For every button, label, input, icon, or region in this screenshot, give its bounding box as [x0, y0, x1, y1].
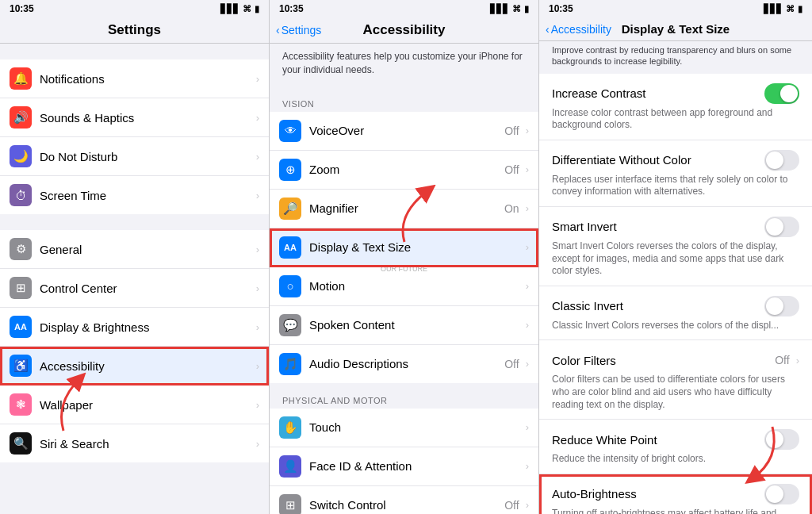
screentime-chevron: ›	[256, 190, 259, 201]
color-filters-desc: Color filters can be used to differentia…	[552, 374, 799, 411]
differentiate-toggle[interactable]	[764, 150, 799, 171]
classic-invert-toggle[interactable]	[764, 296, 799, 316]
magnifier-label: Magnifier	[309, 201, 504, 215]
reduce-white-label: Reduce White Point	[552, 433, 764, 447]
wifi-icon-2: ⌘	[512, 4, 521, 14]
spoken-chevron: ›	[526, 319, 529, 331]
faceid-label: Face ID & Attention	[309, 459, 523, 473]
spoken-label: Spoken Content	[309, 318, 523, 332]
voiceover-icon: 👁	[279, 120, 301, 142]
audio-chevron: ›	[526, 358, 529, 370]
settings-item-accessibility[interactable]: ♿ Accessibility ›	[0, 347, 269, 386]
settings-list-wrapper: 🔔 Notifications › 🔊 Sounds & Haptics › 🌙…	[0, 44, 269, 514]
notifications-label: Notifications	[40, 72, 253, 86]
acc-item-switch[interactable]: ⊞ Switch Control Off ›	[270, 486, 538, 514]
acc-item-display-text[interactable]: AA Display & Text Size ›	[270, 228, 538, 267]
displaytext-content: Improve contrast by reducing transparenc…	[539, 41, 812, 514]
magnifier-chevron: ›	[526, 202, 529, 214]
toggle-knob	[780, 85, 798, 102]
toggle-knob-5	[766, 431, 783, 448]
faceid-icon: 👤	[279, 455, 301, 478]
zoom-chevron: ›	[526, 163, 529, 175]
rp-item-smart-invert: Smart Invert Smart Invert Colors reverse…	[539, 207, 812, 286]
sounds-icon: 🔊	[10, 106, 32, 128]
settings-group-1: 🔔 Notifications › 🔊 Sounds & Haptics › 🌙…	[0, 59, 269, 214]
settings-item-wallpaper[interactable]: ❃ Wallpaper ›	[0, 386, 269, 424]
battery-icon-2: ▮	[524, 4, 529, 14]
dnd-icon: 🌙	[10, 145, 32, 167]
settings-item-siri[interactable]: 🔍 Siri & Search ›	[0, 424, 269, 462]
acc-item-spoken[interactable]: 💬 Spoken Content ›	[270, 306, 538, 345]
acc-item-zoom[interactable]: ⊕ Zoom Off ›	[270, 151, 538, 190]
toggle-knob-4	[766, 297, 783, 315]
acc-item-faceid[interactable]: 👤 Face ID & Attention ›	[270, 447, 538, 486]
acc-item-motion[interactable]: ○ Motion ›	[270, 267, 538, 306]
screentime-icon: ⏱	[10, 184, 32, 206]
settings-item-controlcenter[interactable]: ⊞ Control Center ›	[0, 269, 269, 308]
acc-item-touch[interactable]: ✋ Touch ›	[270, 409, 538, 447]
switch-label: Switch Control	[309, 498, 504, 512]
status-bar-3: 10:35 ▋▋▋ ⌘ ▮	[539, 0, 812, 17]
physical-list: ✋ Touch › 👤 Face ID & Attention › ⊞ Swit…	[270, 409, 538, 514]
top-description: Improve contrast by reducing transparenc…	[539, 41, 812, 74]
wallpaper-icon: ❃	[10, 393, 32, 416]
display-chevron: ›	[256, 321, 259, 333]
toggle-knob-6	[766, 485, 783, 503]
settings-item-sounds[interactable]: 🔊 Sounds & Haptics ›	[0, 98, 269, 137]
controlcenter-icon: ⊞	[10, 277, 32, 299]
audio-icon: 🎵	[279, 353, 301, 375]
wallpaper-label: Wallpaper	[40, 398, 253, 412]
battery-icon-1: ▮	[255, 4, 259, 14]
notifications-icon: 🔔	[10, 67, 32, 90]
smart-invert-toggle[interactable]	[764, 217, 799, 237]
status-bar-2: 10:35 ▋▋▋ ⌘ ▮	[270, 0, 538, 17]
controlcenter-label: Control Center	[40, 282, 253, 295]
settings-title: Settings	[108, 22, 161, 38]
audio-value: Off	[504, 358, 519, 370]
display-label: Display & Brightness	[40, 320, 253, 334]
general-icon: ⚙	[10, 238, 32, 260]
acc-item-audio[interactable]: 🎵 Audio Descriptions Off ›	[270, 345, 538, 383]
color-filters-chevron: ›	[796, 355, 799, 366]
zoom-icon: ⊕	[279, 159, 301, 181]
acc-item-magnifier[interactable]: 🔎 Magnifier On ›	[270, 190, 538, 228]
back-button-accessibility[interactable]: ‹ Accessibility	[546, 23, 611, 36]
displaytext-label: Display & Text Size	[309, 240, 523, 254]
magnifier-value: On	[504, 202, 519, 215]
accessibility-icon: ♿	[10, 355, 32, 377]
reduce-white-toggle[interactable]	[764, 429, 799, 450]
signal-icon-1: ▋▋▋	[220, 4, 239, 14]
differentiate-desc: Replaces user interface items that rely …	[552, 174, 799, 198]
time-2: 10:35	[279, 3, 304, 14]
back-button-settings[interactable]: ‹ Settings	[276, 24, 321, 36]
screentime-label: Screen Time	[40, 189, 253, 202]
touch-icon: ✋	[279, 416, 301, 439]
settings-item-screentime[interactable]: ⏱ Screen Time ›	[0, 176, 269, 214]
status-bar-1: 10:35 ▋▋▋ ⌘ ▮	[0, 0, 269, 17]
sounds-chevron: ›	[256, 112, 259, 124]
back-label-1: Settings	[282, 24, 322, 36]
settings-item-display[interactable]: AA Display & Brightness ›	[0, 308, 269, 347]
increase-contrast-toggle[interactable]	[764, 83, 799, 104]
settings-item-dnd[interactable]: 🌙 Do Not Disturb ›	[0, 137, 269, 176]
settings-item-general[interactable]: ⚙ General ›	[0, 230, 269, 269]
increase-contrast-label: Increase Contrast	[552, 86, 764, 100]
status-icons-3: ▋▋▋ ⌘ ▮	[764, 4, 802, 14]
touch-label: Touch	[309, 420, 523, 434]
classic-invert-label: Classic Invert	[552, 299, 764, 313]
nav-bar-1: Settings	[0, 17, 269, 44]
dnd-chevron: ›	[256, 151, 259, 163]
physical-motor-header: PHYSICAL AND MOTOR	[270, 383, 538, 409]
settings-item-notifications[interactable]: 🔔 Notifications ›	[0, 59, 269, 98]
displaytext-chevron: ›	[526, 241, 529, 253]
signal-icon-2: ▋▋▋	[490, 4, 509, 14]
zoom-value: Off	[504, 163, 519, 176]
auto-brightness-toggle[interactable]	[764, 484, 799, 504]
controlcenter-chevron: ›	[256, 282, 259, 294]
magnifier-icon: 🔎	[279, 198, 301, 220]
status-icons-1: ▋▋▋ ⌘ ▮	[220, 4, 259, 14]
acc-item-voiceover[interactable]: 👁 VoiceOver Off ›	[270, 112, 538, 151]
motion-label: Motion	[309, 279, 523, 293]
increase-contrast-desc: Increase color contrast between app fore…	[552, 107, 799, 132]
switch-icon: ⊞	[279, 494, 301, 514]
